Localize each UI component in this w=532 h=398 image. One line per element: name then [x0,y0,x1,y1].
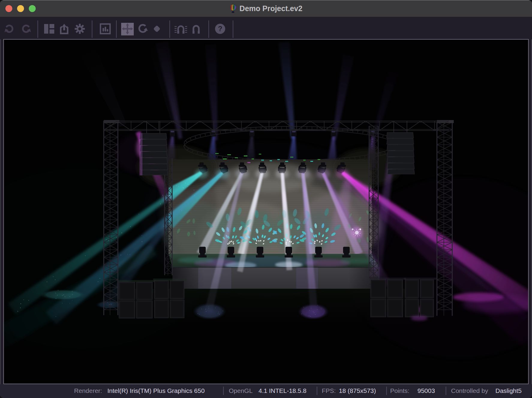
svg-text:?: ? [218,25,223,33]
